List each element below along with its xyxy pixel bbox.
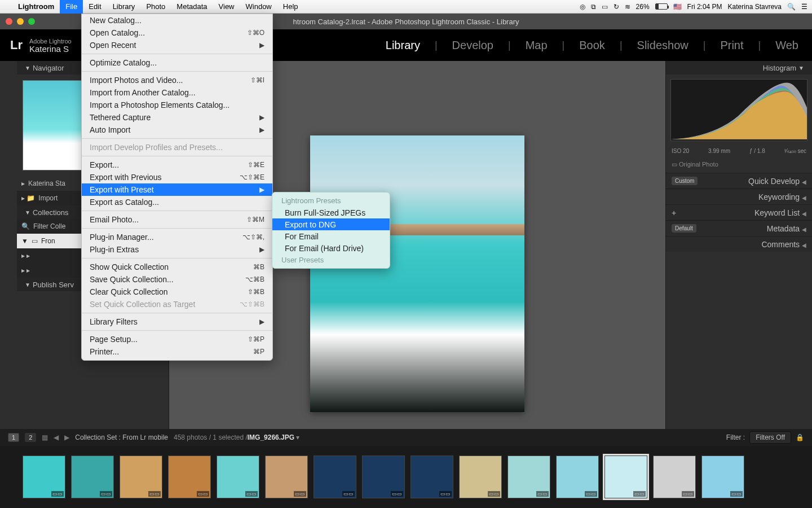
thumb-badge: ▭▭ xyxy=(730,491,743,497)
flag-icon[interactable]: 🇺🇸 xyxy=(673,3,682,11)
menu-edit[interactable]: Edit xyxy=(83,0,107,14)
preset-for-email[interactable]: For Email xyxy=(272,230,390,242)
menu-item-show-quick-collection[interactable]: Show Quick Collection⌘B xyxy=(82,261,272,273)
keyword-list-header[interactable]: +Keyword List ◀ xyxy=(666,204,812,220)
thumbnail[interactable]: ▭▭ xyxy=(556,456,599,498)
next-photo-button[interactable]: ▶ xyxy=(64,433,69,441)
menu-view[interactable]: View xyxy=(213,0,240,14)
menu-item-open-recent[interactable]: Open Recent▶ xyxy=(82,39,272,51)
thumbnail[interactable]: ▭▭ xyxy=(508,456,550,498)
menu-metadata[interactable]: Metadata xyxy=(171,0,213,14)
thumbnail[interactable]: ▭▭ xyxy=(411,456,453,498)
metadata-preset[interactable]: Default xyxy=(672,224,696,233)
collection-set-icon: ▭ xyxy=(32,237,38,245)
dropbox-icon[interactable]: ⧉ xyxy=(591,3,596,11)
thumbnail[interactable]: ▭▭ xyxy=(459,456,502,498)
menu-item-export-as-catalog[interactable]: Export as Catalog... xyxy=(82,196,272,208)
close-button[interactable] xyxy=(6,18,12,25)
menu-item-clear-quick-collection[interactable]: Clear Quick Collection⇧⌘B xyxy=(82,286,272,298)
minimize-button[interactable] xyxy=(17,18,24,25)
thumbnail[interactable]: ▭▭ xyxy=(604,456,647,498)
zoom-button[interactable] xyxy=(28,18,35,25)
thumbnail[interactable]: ▭▭ xyxy=(265,456,308,498)
module-map[interactable]: Map xyxy=(522,39,551,52)
collection-path[interactable]: Collection Set : From Lr mobile xyxy=(75,433,168,441)
menu-item-auto-import[interactable]: Auto Import▶ xyxy=(82,124,272,136)
battery-percent[interactable]: 26% xyxy=(636,3,650,11)
preset-export-to-dng[interactable]: Export to DNG xyxy=(272,218,390,230)
thumbnail[interactable]: ▭▭ xyxy=(168,456,211,498)
menu-item-new-catalog[interactable]: New Catalog... xyxy=(82,14,272,27)
timemachine-icon[interactable]: ↻ xyxy=(614,3,619,11)
comments-header[interactable]: Comments ◀ xyxy=(666,236,812,252)
menu-item-printer[interactable]: Printer...⌘P xyxy=(82,345,272,358)
metadata-header[interactable]: DefaultMetadata ◀ xyxy=(666,220,812,236)
monitor-2-button[interactable]: 2 xyxy=(25,433,36,442)
thumbnail[interactable]: ▭▭ xyxy=(653,456,696,498)
module-library[interactable]: Library xyxy=(382,39,423,52)
menu-item-tethered-capture[interactable]: Tethered Capture▶ xyxy=(82,111,272,124)
menu-item-page-setup[interactable]: Page Setup...⇧⌘P xyxy=(82,333,272,345)
grid-toggle-icon[interactable]: ▦ xyxy=(42,433,48,441)
histogram-header[interactable]: Histogram ▼ xyxy=(666,61,812,75)
thumbnail[interactable]: ▭▭ xyxy=(362,456,405,498)
menu-photo[interactable]: Photo xyxy=(140,0,171,14)
menu-item-email-photo[interactable]: Email Photo...⇧⌘M xyxy=(82,213,272,226)
histogram-chart[interactable] xyxy=(670,79,807,141)
thumbnail[interactable]: ▭▭ xyxy=(71,456,114,498)
menu-item-plug-in-extras[interactable]: Plug-in Extras▶ xyxy=(82,243,272,256)
keywording-header[interactable]: Keywording ◀ xyxy=(666,189,812,204)
menu-separator xyxy=(82,156,272,156)
selected-photo[interactable] xyxy=(310,135,524,412)
app-name[interactable]: Lightroom xyxy=(12,2,60,11)
preset-for-email-hard-drive[interactable]: For Email (Hard Drive) xyxy=(272,242,390,254)
module-separator: | xyxy=(559,40,568,51)
menu-file[interactable]: File xyxy=(60,0,83,14)
monitor-1-button[interactable]: 1 xyxy=(8,433,19,442)
thumb-badge: ▭▭ xyxy=(682,491,694,497)
menu-item-import-a-photoshop-elements-catalog[interactable]: Import a Photoshop Elements Catalog... xyxy=(82,99,272,111)
filter-label: Filter : xyxy=(726,433,745,441)
clock[interactable]: Fri 2:04 PM xyxy=(687,3,722,11)
thumbnail[interactable]: ▭▭ xyxy=(701,456,744,498)
menu-item-open-catalog[interactable]: Open Catalog...⇧⌘O xyxy=(82,27,272,39)
menu-item-plug-in-manager[interactable]: Plug-in Manager...⌥⇧⌘, xyxy=(82,231,272,243)
menu-item-optimize-catalog[interactable]: Optimize Catalog... xyxy=(82,56,272,69)
quick-develop-header[interactable]: CustomQuick Develop ◀ xyxy=(666,173,812,189)
qd-preset[interactable]: Custom xyxy=(672,177,698,185)
menu-window[interactable]: Window xyxy=(240,0,277,14)
module-develop[interactable]: Develop xyxy=(449,39,497,52)
menu-help[interactable]: Help xyxy=(277,0,304,14)
module-web[interactable]: Web xyxy=(772,39,802,52)
thumb-badge: ▭▭ xyxy=(342,491,355,497)
thumbnail[interactable]: ▭▭ xyxy=(314,456,356,498)
menu-item-library-filters[interactable]: Library Filters▶ xyxy=(82,316,272,328)
add-keyword-button[interactable]: + xyxy=(672,208,676,217)
menu-library[interactable]: Library xyxy=(107,0,141,14)
prev-photo-button[interactable]: ◀ xyxy=(54,433,59,441)
menu-item-export-with-previous[interactable]: Export with Previous⌥⇧⌘E xyxy=(82,171,272,183)
menu-item-import-photos-and-video[interactable]: Import Photos and Video...⇧⌘I xyxy=(82,74,272,86)
account-name[interactable]: Katerina Stavreva xyxy=(728,3,782,11)
thumbnail[interactable]: ▭▭ xyxy=(217,456,259,498)
wifi-icon[interactable]: ≋ xyxy=(625,3,630,11)
module-book[interactable]: Book xyxy=(576,39,608,52)
filter-lock-icon[interactable]: 🔒 xyxy=(796,433,804,441)
filmstrip[interactable]: ▭▭▭▭▭▭▭▭▭▭▭▭▭▭▭▭▭▭▭▭▭▭▭▭▭▭▭▭▭▭ xyxy=(0,446,812,508)
menu-item-export[interactable]: Export...⇧⌘E xyxy=(82,159,272,171)
spotlight-icon[interactable]: 🔍 xyxy=(787,3,796,11)
battery-icon[interactable] xyxy=(655,3,668,10)
search-icon: 🔍 xyxy=(21,222,30,230)
airplay-icon[interactable]: ▭ xyxy=(602,3,608,11)
preset-burn-full-sized-jpegs[interactable]: Burn Full-Sized JPEGs xyxy=(272,207,390,218)
filter-preset[interactable]: Filters Off xyxy=(749,431,791,444)
cc-icon[interactable]: ◎ xyxy=(580,3,585,11)
menu-item-import-from-another-catalog[interactable]: Import from Another Catalog... xyxy=(82,86,272,99)
thumbnail[interactable]: ▭▭ xyxy=(120,456,162,498)
module-slideshow[interactable]: Slideshow xyxy=(634,39,692,52)
module-print[interactable]: Print xyxy=(717,39,747,52)
thumbnail[interactable]: ▭▭ xyxy=(23,456,65,498)
menu-item-save-quick-collection[interactable]: Save Quick Collection...⌥⌘B xyxy=(82,273,272,286)
control-center-icon[interactable]: ☰ xyxy=(801,3,807,11)
menu-item-export-with-preset[interactable]: Export with Preset▶ xyxy=(82,183,272,196)
